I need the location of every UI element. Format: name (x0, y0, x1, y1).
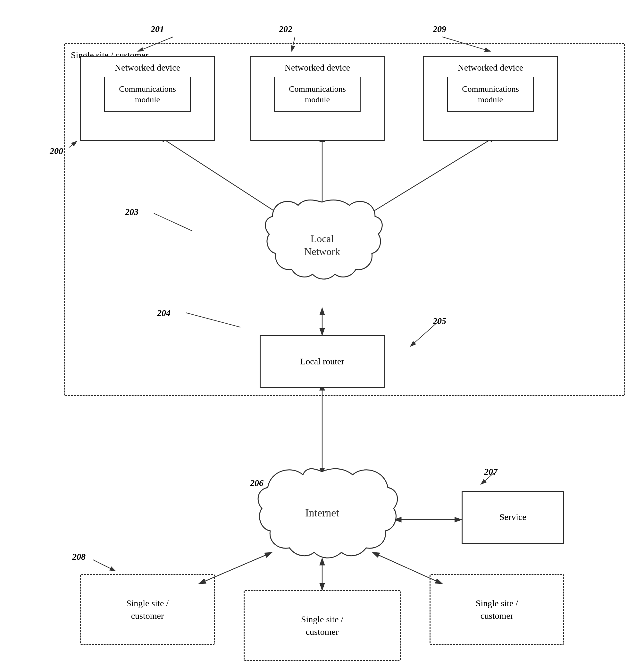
device1-box: Networked device Communicationsmodule (80, 56, 215, 141)
device3-label: Networked device (458, 62, 523, 74)
svg-text:Local: Local (310, 233, 334, 245)
device1-label: Networked device (115, 62, 180, 74)
site-bottom-center-label: Single site /customer (301, 613, 343, 638)
device3-box: Networked device Communicationsmodule (423, 56, 558, 141)
svg-text:Internet: Internet (305, 507, 339, 519)
svg-text:Network: Network (304, 246, 340, 257)
service-label: Service (499, 511, 527, 523)
ref-209: 209 (433, 24, 446, 34)
comm2-label: Communicationsmodule (289, 84, 346, 106)
device2-label: Networked device (285, 62, 350, 74)
service-box: Service (461, 491, 564, 544)
site-bottom-right-label: Single site /customer (476, 597, 518, 622)
comm3-label: Communicationsmodule (462, 84, 519, 106)
ref-201: 201 (151, 24, 164, 34)
ref-208: 208 (72, 552, 86, 562)
site-bottom-center-box: Single site /customer (244, 590, 401, 661)
local-router-label: Local router (300, 356, 344, 367)
site-bottom-left-label: Single site /customer (126, 597, 169, 622)
diagram: 201 202 209 200 203 204 205 206 207 208 … (0, 0, 644, 664)
svg-line-11 (93, 560, 115, 571)
internet-cloud: Internet (244, 462, 401, 568)
site-bottom-right-box: Single site /customer (430, 574, 564, 645)
ref-207: 207 (484, 467, 497, 477)
comm1-label: Communicationsmodule (119, 84, 176, 106)
device2-box: Networked device Communicationsmodule (250, 56, 385, 141)
ref-200: 200 (50, 146, 63, 156)
ref-202: 202 (279, 24, 292, 34)
local-router-box: Local router (260, 335, 385, 388)
local-network-cloud: Local Network (260, 192, 385, 317)
site-bottom-left-box: Single site /customer (80, 574, 215, 645)
